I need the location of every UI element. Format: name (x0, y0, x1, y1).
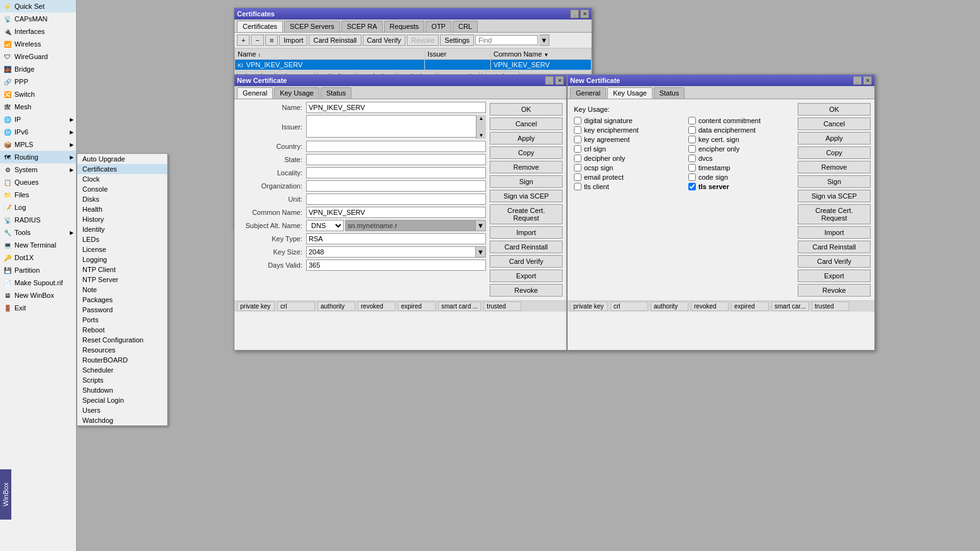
subject-alt-value-input[interactable] (345, 220, 476, 231)
new-cert-2-titlebar[interactable]: New Certificate _ ✕ (568, 75, 874, 86)
tab-key-usage-2[interactable]: Key Usage (607, 87, 652, 99)
sidebar-item-log[interactable]: 📝 Log (0, 201, 76, 214)
submenu-item-speciallogin[interactable]: Special Login (77, 395, 167, 405)
sidebar-item-tools[interactable]: 🔧 Tools ▶ (0, 226, 76, 239)
sign-button-2[interactable]: Sign (798, 175, 871, 188)
tab-certificates[interactable]: Certificates (237, 21, 283, 32)
submenu-item-scripts[interactable]: Scripts (77, 375, 167, 385)
sidebar-item-newwinbox[interactable]: 🖥 New WinBox (0, 289, 76, 302)
tab-status-2[interactable]: Status (654, 87, 685, 99)
submenu-item-resources[interactable]: Resources (77, 345, 167, 355)
ku-key-agreement-checkbox[interactable] (574, 136, 581, 143)
find-dropdown[interactable]: ▼ (539, 35, 549, 46)
sidebar-item-ipv6[interactable]: 🌐 IPv6 ▶ (0, 126, 76, 138)
submenu-item-console[interactable]: Console (77, 184, 167, 194)
create-cert-request-button-1[interactable]: Create Cert. Request (490, 204, 563, 224)
apply-button-1[interactable]: Apply (490, 132, 563, 145)
tab-scep-servers[interactable]: SCEP Servers (284, 21, 340, 32)
apply-button-2[interactable]: Apply (798, 132, 871, 145)
submenu-item-password[interactable]: Password (77, 305, 167, 315)
submenu-item-identity[interactable]: Identity (77, 224, 167, 234)
sidebar-item-queues[interactable]: 📋 Queues (0, 176, 76, 188)
revoke-button[interactable]: Revoke (407, 35, 439, 46)
import-button-2[interactable]: Import (798, 226, 871, 239)
subject-alt-dropdown[interactable]: ▼ (476, 220, 486, 231)
add-button[interactable]: + (237, 35, 250, 46)
revoke-button-1[interactable]: Revoke (490, 284, 563, 297)
submenu-item-ntpclient[interactable]: NTP Client (77, 265, 167, 275)
unit-input[interactable] (306, 194, 486, 205)
key-size-dropdown[interactable]: ▼ (476, 246, 486, 258)
sidebar-item-radius[interactable]: 📡 RADIUS (0, 214, 76, 226)
ku-digital-sig-checkbox[interactable] (574, 117, 581, 124)
key-type-input[interactable] (306, 233, 486, 244)
ok-button-2[interactable]: OK (798, 103, 871, 116)
card-reinstall-button[interactable]: Card Reinstall (309, 35, 361, 46)
sidebar-item-bridge[interactable]: 🌉 Bridge (0, 63, 76, 75)
sidebar-item-capsman[interactable]: 📡 CAPsMAN (0, 13, 76, 25)
sign-button-1[interactable]: Sign (490, 175, 563, 188)
ku-crl-sign-checkbox[interactable] (574, 145, 581, 153)
tab-key-usage-1[interactable]: Key Usage (274, 87, 319, 99)
certificates-minimize-btn[interactable]: _ (570, 9, 579, 18)
sidebar-item-files[interactable]: 📁 Files (0, 188, 76, 201)
ku-encipher-only-checkbox[interactable] (688, 145, 696, 153)
submenu-item-scheduler[interactable]: Scheduler (77, 365, 167, 375)
submenu-item-packages[interactable]: Packages (77, 295, 167, 305)
sidebar-item-mpls[interactable]: 📦 MPLS ▶ (0, 138, 76, 151)
ku-data-encipher-checkbox[interactable] (688, 126, 696, 134)
submenu-item-license[interactable]: License (77, 244, 167, 254)
name-input[interactable] (306, 102, 486, 113)
submenu-item-certificates[interactable]: Certificates (77, 164, 167, 174)
revoke-button-2[interactable]: Revoke (798, 284, 871, 297)
certificates-close-btn[interactable]: ✕ (580, 9, 589, 18)
new-cert-1-titlebar[interactable]: New Certificate _ ✕ (234, 75, 566, 86)
sidebar-item-ppp[interactable]: 🔗 PPP (0, 75, 76, 88)
find-input[interactable] (475, 35, 538, 45)
issuer-input[interactable] (306, 115, 486, 138)
table-row[interactable]: KI VPN_IKEV_SERV VPN_IKEV_SERV (235, 60, 592, 70)
import-button-1[interactable]: Import (490, 226, 563, 239)
import-button[interactable]: Import (279, 35, 307, 46)
submenu-item-reboot[interactable]: Reboot (77, 325, 167, 335)
settings-button[interactable]: Settings (440, 35, 474, 46)
ku-code-sign-checkbox[interactable] (688, 173, 696, 181)
sidebar-item-interfaces[interactable]: 🔌 Interfaces (0, 25, 76, 38)
submenu-item-health[interactable]: Health (77, 204, 167, 214)
sidebar-item-wireless[interactable]: 📶 Wireless (0, 38, 76, 50)
sidebar-item-routing[interactable]: 🗺 Routing ▶ (0, 151, 76, 163)
tab-requests[interactable]: Requests (384, 21, 424, 32)
organization-input[interactable] (306, 180, 486, 192)
ku-decipher-only-checkbox[interactable] (574, 155, 581, 162)
ku-dvcs-checkbox[interactable] (688, 155, 696, 162)
sidebar-item-mesh[interactable]: 🕸 Mesh (0, 101, 76, 113)
submenu-item-note[interactable]: Note (77, 285, 167, 295)
tab-status-1[interactable]: Status (321, 87, 351, 99)
sidebar-item-dot1x[interactable]: 🔑 Dot1X (0, 251, 76, 264)
tab-scep-ra[interactable]: SCEP RA (341, 21, 383, 32)
ku-email-protect-checkbox[interactable] (574, 173, 581, 181)
days-valid-input[interactable] (306, 259, 486, 271)
sidebar-item-wireguard[interactable]: 🛡 WireGuard (0, 50, 76, 63)
tab-crl[interactable]: CRL (453, 21, 478, 32)
submenu-item-leds[interactable]: LEDs (77, 234, 167, 244)
sidebar-item-quickset[interactable]: ⚡ Quick Set (0, 0, 76, 13)
new-cert-1-minimize-btn[interactable]: _ (545, 76, 554, 85)
submenu-item-autoupgrade[interactable]: Auto Upgrade (77, 154, 167, 164)
ku-timestamp-checkbox[interactable] (688, 164, 696, 172)
ku-tls-server-checkbox[interactable] (688, 183, 696, 190)
new-cert-1-close-btn[interactable]: ✕ (555, 76, 564, 85)
submenu-item-clock[interactable]: Clock (77, 174, 167, 184)
submenu-item-routerboard[interactable]: RouterBOARD (77, 355, 167, 365)
common-name-input[interactable] (306, 207, 486, 218)
submenu-item-history[interactable]: History (77, 214, 167, 224)
subject-alt-type-select[interactable]: DNS IP email (306, 220, 344, 231)
copy-button-1[interactable]: Copy (490, 146, 563, 159)
copy-button-2[interactable]: Copy (798, 146, 871, 159)
tab-general-2[interactable]: General (570, 87, 606, 99)
tab-otp[interactable]: OTP (426, 21, 451, 32)
certificates-titlebar[interactable]: Certificates _ ✕ (234, 8, 592, 19)
submenu-item-users[interactable]: Users (77, 405, 167, 415)
remove-button[interactable]: − (251, 35, 263, 46)
sidebar-item-system[interactable]: ⚙ System ▶ (0, 163, 76, 176)
